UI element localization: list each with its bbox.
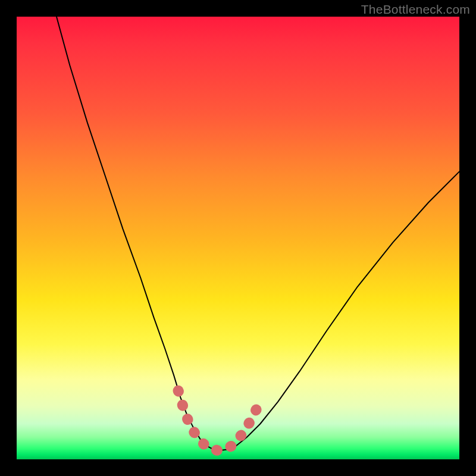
curve-layer [17, 17, 459, 459]
highlighted-minimum-path [178, 391, 258, 450]
chart-frame: TheBottleneck.com [0, 0, 476, 476]
bottleneck-curve-path [57, 17, 459, 450]
plot-area [17, 17, 459, 459]
watermark-text: TheBottleneck.com [361, 2, 470, 17]
